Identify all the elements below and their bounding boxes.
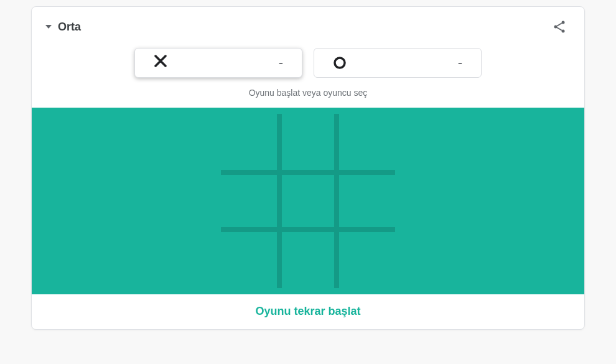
player-o-card[interactable]: - xyxy=(314,48,482,78)
cell-1-1[interactable] xyxy=(279,172,337,230)
chevron-down-icon xyxy=(45,25,52,29)
header: Orta xyxy=(32,7,584,43)
cell-1-0[interactable] xyxy=(221,172,279,230)
restart-bar: Oyunu tekrar başlat xyxy=(32,294,584,329)
board-area xyxy=(32,108,584,294)
cell-2-2[interactable] xyxy=(337,230,395,288)
share-button[interactable] xyxy=(548,16,571,38)
restart-button[interactable]: Oyunu tekrar başlat xyxy=(255,305,360,318)
cell-0-1[interactable] xyxy=(279,114,337,172)
cell-0-2[interactable] xyxy=(337,114,395,172)
svg-point-2 xyxy=(562,30,565,33)
game-card: Orta - xyxy=(31,6,585,330)
player-x-score: - xyxy=(279,55,283,71)
cell-2-0[interactable] xyxy=(221,230,279,288)
o-icon xyxy=(333,56,347,70)
player-x-card[interactable]: - xyxy=(134,48,302,78)
hint-text: Oyunu başlat veya oyuncu seç xyxy=(32,84,584,108)
svg-point-1 xyxy=(554,26,558,29)
svg-point-0 xyxy=(562,21,565,24)
cell-2-1[interactable] xyxy=(279,230,337,288)
difficulty-label: Orta xyxy=(58,21,81,34)
grid-cells xyxy=(221,114,395,288)
players-row: - - xyxy=(32,43,584,84)
tic-tac-toe-grid xyxy=(221,114,395,288)
share-icon xyxy=(552,19,567,34)
x-icon xyxy=(154,54,167,72)
cell-0-0[interactable] xyxy=(221,114,279,172)
player-o-score: - xyxy=(458,55,462,71)
difficulty-dropdown[interactable]: Orta xyxy=(45,21,81,34)
svg-point-3 xyxy=(335,58,345,68)
cell-1-2[interactable] xyxy=(337,172,395,230)
